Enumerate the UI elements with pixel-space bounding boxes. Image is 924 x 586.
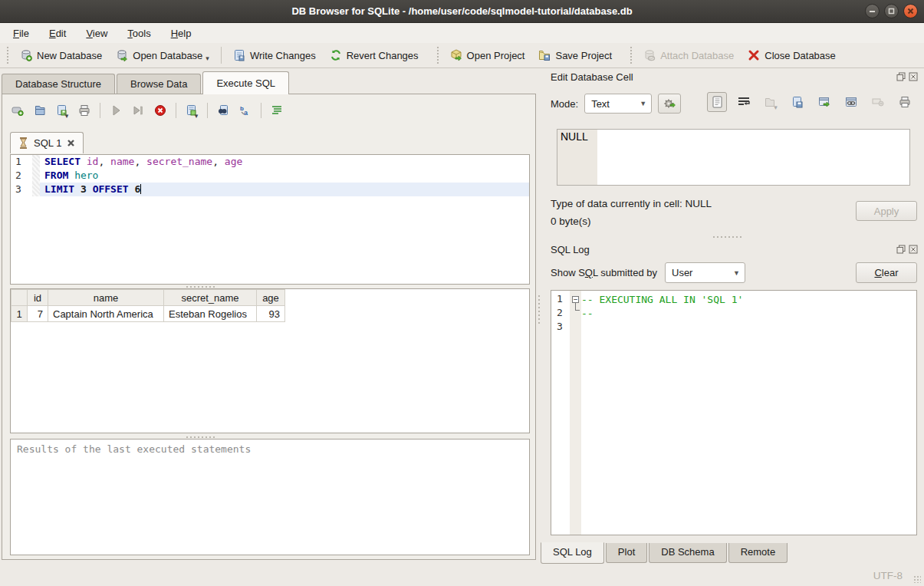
tab-sql-log[interactable]: SQL Log [541, 542, 604, 564]
resize-grip-icon[interactable] [913, 575, 921, 583]
print-sql-button[interactable] [75, 101, 94, 120]
cell-value-editor[interactable]: NULL [557, 129, 910, 186]
toolbar-handle[interactable] [6, 47, 10, 64]
apply-label: Apply [874, 206, 899, 217]
tab-database-structure[interactable]: Database Structure [2, 74, 115, 94]
edit-cell-title: Edit Database Cell [541, 71, 896, 83]
corner-header[interactable] [12, 290, 28, 306]
menu-tools[interactable]: Tools [117, 25, 160, 41]
log-filter-label: Show SQL submitted by [551, 267, 657, 278]
float-dock-icon[interactable] [896, 72, 906, 81]
minimize-icon [869, 8, 876, 15]
fold-collapse-icon[interactable]: − [572, 296, 579, 303]
auto-complete-button[interactable]: b a [236, 101, 255, 120]
dock-tab-bar: SQL Log Plot DB Schema Remote [541, 543, 789, 565]
menu-help[interactable]: Help [161, 25, 202, 41]
close-button[interactable] [903, 4, 918, 18]
tab-db-schema[interactable]: DB Schema [649, 543, 726, 563]
main-toolbar: New Database Open Database ▾ Write Chang… [0, 43, 924, 68]
word-wrap-button[interactable] [734, 92, 754, 112]
new-sql-tab-icon [12, 104, 24, 117]
tab-remote[interactable]: Remote [728, 543, 788, 563]
execute-line-icon [132, 104, 144, 117]
log-line: -- EXECUTING ALL IN 'SQL 1' [581, 293, 916, 307]
format-sql-button[interactable] [268, 101, 286, 120]
save-results-button[interactable]: ▾ [182, 101, 201, 120]
tab-browse-data[interactable]: Browse Data [117, 74, 201, 94]
mode-select[interactable]: Text ▼ [584, 94, 652, 114]
menu-edit[interactable]: Edit [39, 25, 76, 41]
menu-file[interactable]: File [3, 25, 39, 41]
tab-execute-sql[interactable]: Execute SQL [202, 71, 289, 94]
minimize-button[interactable] [865, 4, 880, 18]
export-data-button[interactable] [788, 92, 807, 112]
sql-keyword: SELECT [44, 156, 87, 167]
print-cell-button[interactable] [895, 92, 915, 112]
open-database-button[interactable]: Open Database ▾ [109, 46, 216, 64]
float-dock-icon[interactable] [896, 245, 906, 254]
execute-line-button[interactable] [129, 101, 147, 120]
close-icon [907, 8, 914, 15]
dock-splitter[interactable] [713, 235, 744, 239]
save-project-icon [538, 49, 551, 61]
import-data-button: ▾ [761, 92, 781, 112]
save-project-label: Save Project [555, 50, 612, 61]
sql-editor[interactable]: 1 SELECT id, name, secret_name, age 2 FR… [10, 154, 530, 285]
export-icon [791, 96, 804, 108]
toolbar-handle[interactable] [436, 47, 440, 64]
log-filter-select[interactable]: User ▼ [665, 262, 745, 283]
auto-mode-button[interactable] [658, 94, 681, 114]
sql-toolbar-separator [100, 103, 100, 118]
link-icon [845, 96, 857, 108]
open-external-button[interactable] [814, 92, 834, 112]
titlebar: DB Browser for SQLite - /home/user/code/… [0, 0, 924, 23]
toolbar-handle[interactable] [630, 47, 633, 64]
encoding-indicator[interactable]: UTF-8 [873, 570, 903, 581]
cell-id[interactable]: 7 [28, 306, 48, 322]
fold-margin [32, 155, 40, 169]
close-dock-icon[interactable] [909, 245, 918, 254]
col-header-age[interactable]: age [257, 290, 285, 306]
close-database-button[interactable]: Close Database [741, 46, 843, 64]
open-project-icon [450, 49, 462, 61]
menu-view[interactable]: View [76, 25, 117, 41]
new-sql-tab-button[interactable] [8, 101, 27, 120]
save-project-button[interactable]: Save Project [531, 46, 619, 64]
revert-changes-button[interactable]: Revert Changes [323, 46, 426, 64]
find-button[interactable] [214, 101, 232, 120]
write-changes-button[interactable]: Write Changes [226, 46, 323, 64]
save-sql-dropdown-icon[interactable]: ▾ [65, 112, 69, 120]
sql-log-view[interactable]: 1 2 3 − -- EXECUTING ALL IN 'SQL 1' -- [551, 290, 917, 535]
open-project-button[interactable]: Open Project [443, 46, 532, 64]
save-sql-file-button[interactable]: ▾ [53, 101, 71, 120]
col-header-id[interactable]: id [28, 290, 48, 306]
open-database-dropdown-icon[interactable]: ▾ [206, 54, 209, 62]
stop-execution-button[interactable] [151, 101, 169, 120]
mode-value: Text [591, 98, 632, 110]
close-dock-icon[interactable] [909, 72, 918, 81]
tab-plot[interactable]: Plot [606, 543, 647, 563]
close-tab-icon[interactable] [67, 139, 75, 147]
open-database-icon [116, 49, 128, 61]
sql-toolbar-separator [207, 103, 208, 118]
print-icon [78, 104, 90, 117]
table-row: 1 7 Captain North America Esteban Rogeli… [12, 306, 285, 322]
sql-identifier: id [87, 156, 99, 167]
sql-1-tab[interactable]: SQL 1 [10, 132, 84, 153]
execute-all-button[interactable] [107, 101, 125, 120]
new-database-button[interactable]: New Database [13, 46, 109, 64]
open-sql-file-button[interactable] [31, 101, 49, 120]
cell-name[interactable]: Captain North America [48, 306, 164, 322]
row-number[interactable]: 1 [12, 306, 28, 322]
sql-table-name: hero [74, 170, 98, 181]
maximize-button[interactable] [884, 4, 899, 18]
cell-age[interactable]: 93 [257, 306, 285, 322]
clear-log-button[interactable]: Clear [856, 262, 917, 283]
col-header-name[interactable]: name [48, 290, 164, 306]
col-header-secret-name[interactable]: secret_name [164, 290, 257, 306]
save-results-dropdown-icon[interactable]: ▾ [195, 112, 199, 120]
cell-secret-name[interactable]: Esteban Rogelios [164, 306, 257, 322]
copy-link-button[interactable] [841, 92, 861, 112]
fold-line [575, 303, 580, 311]
text-mode-button[interactable] [707, 92, 727, 112]
